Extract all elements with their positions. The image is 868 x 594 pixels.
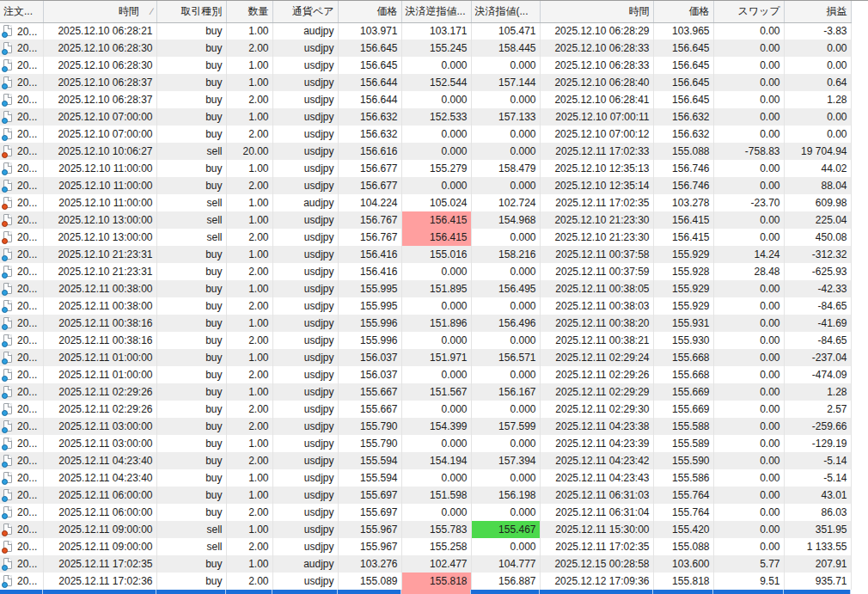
open-time-cell: 2025.12.11 04:23:40: [43, 452, 156, 469]
trade-type-cell: buy: [156, 349, 226, 366]
open-price-cell: 156.037: [338, 349, 401, 366]
selected-row-segment: [272, 590, 338, 594]
table-row[interactable]: 20... 2025.12.10 11:00:00 buy 2.00 usdjp…: [0, 177, 851, 194]
table-row[interactable]: 20... 2025.12.11 04:23:40 buy 2.00 usdjp…: [0, 452, 851, 469]
selected-row-segment: [0, 590, 43, 594]
symbol-cell: usdjpy: [272, 383, 338, 401]
symbol-cell: usdjpy: [272, 74, 338, 91]
close-time-cell: 2025.12.11 02:29:30: [540, 401, 653, 418]
table-row[interactable]: 20... 2025.12.10 21:23:31 buy 1.00 usdjp…: [0, 246, 851, 263]
table-row[interactable]: 20... 2025.12.10 06:28:21 buy 1.00 audjp…: [0, 22, 851, 40]
column-header-open-price[interactable]: 価格: [338, 1, 401, 22]
trade-type-cell: sell: [156, 211, 226, 229]
table-row[interactable]: 20... 2025.12.11 09:00:00 sell 2.00 usdj…: [0, 538, 851, 555]
symbol-cell: usdjpy: [272, 573, 338, 590]
open-time-cell: 2025.12.11 01:00:00: [43, 349, 156, 366]
table-row[interactable]: 20... 2025.12.10 11:00:00 buy 1.00 usdjp…: [0, 160, 851, 177]
symbol-cell: usdjpy: [272, 126, 338, 143]
takeprofit-cell: 102.724: [471, 194, 540, 211]
stoploss-cell: 0.000: [401, 143, 471, 160]
table-row[interactable]: 20... 2025.12.10 06:28:30 buy 2.00 usdjp…: [0, 40, 851, 57]
table-row[interactable]: 20... 2025.12.10 06:28:37 buy 2.00 usdjp…: [0, 91, 851, 108]
table-row[interactable]: 20... 2025.12.11 01:00:00 buy 1.00 usdjp…: [0, 349, 851, 366]
column-header-open-time[interactable]: 時間∕: [43, 1, 156, 22]
column-header-symbol[interactable]: 通貨ペア: [272, 1, 338, 22]
column-header-volume[interactable]: 数量: [226, 1, 272, 22]
close-time-cell: 2025.12.10 07:00:12: [540, 126, 653, 143]
close-time-cell: 2025.12.11 04:23:43: [540, 469, 653, 487]
column-header-close-time[interactable]: 時間: [540, 1, 653, 22]
table-row[interactable]: 20... 2025.12.11 17:02:35 buy 1.00 audjp…: [0, 555, 851, 573]
takeprofit-cell: 158.216: [471, 246, 540, 263]
profit-cell: 1.28: [784, 91, 851, 108]
column-header-stoploss[interactable]: 決済逆指値...: [401, 1, 471, 22]
swap-cell: -758.83: [713, 143, 784, 160]
column-header-swap[interactable]: スワップ: [713, 1, 784, 22]
table-row[interactable]: 20... 2025.12.11 01:00:00 buy 2.00 usdjp…: [0, 366, 851, 383]
table-row[interactable]: 20... 2025.12.10 11:00:00 sell 1.00 audj…: [0, 194, 851, 211]
table-row[interactable]: 20... 2025.12.10 07:00:00 buy 1.00 usdjp…: [0, 108, 851, 126]
swap-cell: 0.00: [713, 74, 784, 91]
symbol-cell: usdjpy: [272, 469, 338, 487]
table-row[interactable]: 20... 2025.12.11 00:38:16 buy 1.00 usdjp…: [0, 315, 851, 332]
open-time-cell: 2025.12.11 17:02:35: [43, 555, 156, 573]
buy-order-icon: [2, 77, 14, 89]
table-row[interactable]: 20... 2025.12.11 02:29:26 buy 2.00 usdjp…: [0, 401, 851, 418]
symbol-cell: usdjpy: [272, 143, 338, 160]
column-header-close-price[interactable]: 価格: [653, 1, 713, 22]
profit-cell: -312.32: [784, 246, 851, 263]
table-row[interactable]: 20... 2025.12.10 06:28:37 buy 1.00 usdjp…: [0, 74, 851, 91]
profit-cell: -259.66: [784, 418, 851, 435]
open-time-cell: 2025.12.11 00:38:16: [43, 315, 156, 332]
volume-cell: 2.00: [226, 538, 272, 555]
close-time-cell: 2025.12.10 12:35:14: [540, 177, 653, 194]
order-number: 20...: [17, 472, 37, 484]
table-row[interactable]: 20... 2025.12.10 06:28:30 buy 1.00 usdjp…: [0, 57, 851, 74]
symbol-cell: usdjpy: [272, 40, 338, 57]
table-row[interactable]: 20... 2025.12.10 21:23:31 buy 2.00 usdjp…: [0, 263, 851, 280]
symbol-cell: audjpy: [272, 555, 338, 573]
column-header-type[interactable]: 取引種別: [156, 1, 226, 22]
stoploss-cell: 0.000: [401, 57, 471, 74]
profit-cell: 0.00: [784, 40, 851, 57]
table-row[interactable]: 20... 2025.12.11 00:38:00 buy 2.00 usdjp…: [0, 297, 851, 315]
open-price-cell: 155.790: [338, 418, 401, 435]
close-time-cell: 2025.12.11 04:23:42: [540, 452, 653, 469]
table-row[interactable]: 20... 2025.12.11 04:23:40 buy 1.00 usdjp…: [0, 469, 851, 487]
table-row[interactable]: 20... 2025.12.11 00:38:00 buy 1.00 usdjp…: [0, 280, 851, 297]
table-row[interactable]: 20... 2025.12.10 07:00:00 buy 2.00 usdjp…: [0, 126, 851, 143]
symbol-cell: usdjpy: [272, 229, 338, 246]
column-header-order[interactable]: 注文...: [0, 1, 43, 22]
table-row[interactable]: 20... 2025.12.11 03:00:00 buy 2.00 usdjp…: [0, 418, 851, 435]
column-header-takeprofit[interactable]: 決済指値(...: [471, 1, 540, 22]
table-row[interactable]: 20... 2025.12.11 17:02:36 buy 2.00 usdjp…: [0, 573, 851, 590]
table-row[interactable]: 20... 2025.12.11 06:00:00 buy 2.00 usdjp…: [0, 504, 851, 521]
volume-cell: 2.00: [226, 573, 272, 590]
table-row[interactable]: 20... 2025.12.10 13:00:00 sell 2.00 usdj…: [0, 229, 851, 246]
table-row[interactable]: 20... 2025.12.11 00:38:16 buy 2.00 usdjp…: [0, 332, 851, 349]
close-price-cell: 156.746: [653, 160, 713, 177]
swap-cell: 0.00: [713, 521, 784, 538]
table-row[interactable]: 20... 2025.12.11 02:29:26 buy 1.00 usdjp…: [0, 383, 851, 401]
table-row[interactable]: 20... 2025.12.11 06:00:00 buy 1.00 usdjp…: [0, 487, 851, 504]
column-header-profit[interactable]: 損益: [784, 1, 851, 22]
table-row[interactable]: 20... 2025.12.11 09:00:00 sell 1.00 usdj…: [0, 521, 851, 538]
stoploss-cell: 155.016: [401, 246, 471, 263]
table-row[interactable]: 20... 2025.12.11 03:00:00 buy 1.00 usdjp…: [0, 435, 851, 452]
order-number: 20...: [17, 180, 37, 192]
open-price-cell: 155.667: [338, 383, 401, 401]
symbol-cell: usdjpy: [272, 349, 338, 366]
takeprofit-cell: 157.599: [471, 418, 540, 435]
selected-row-segment: [471, 590, 540, 594]
profit-cell: -625.93: [784, 263, 851, 280]
selected-partial-row[interactable]: [0, 590, 851, 594]
close-time-cell: 2025.12.11 00:38:03: [540, 297, 653, 315]
symbol-cell: usdjpy: [272, 487, 338, 504]
table-row[interactable]: 20... 2025.12.10 10:06:27 sell 20.00 usd…: [0, 143, 851, 160]
stoploss-cell: 0.000: [401, 126, 471, 143]
buy-order-icon: [2, 162, 14, 175]
takeprofit-cell: 0.000: [471, 143, 540, 160]
table-row[interactable]: 20... 2025.12.10 13:00:00 sell 1.00 usdj…: [0, 211, 851, 229]
open-time-cell: 2025.12.11 00:38:00: [43, 297, 156, 315]
profit-cell: -41.69: [784, 315, 851, 332]
